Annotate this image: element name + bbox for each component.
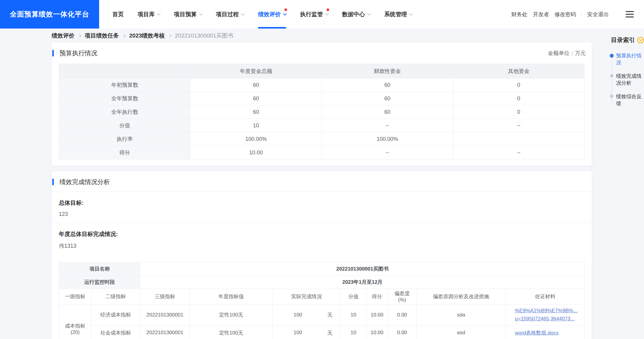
annual-completion-value: 伟1313 xyxy=(59,242,585,250)
chevron-down-icon xyxy=(157,12,161,16)
logout-link[interactable]: 安全退出 xyxy=(587,11,609,18)
row-label: 全年预算数 xyxy=(59,92,190,105)
table-row: 全年执行数 60 60 0 xyxy=(59,105,585,119)
column-header: 实际完成情况 xyxy=(273,289,341,304)
actual-unit: 无 xyxy=(321,311,339,318)
toc-panel: 目录索引 预算执行情况 绩效完成情况分析 绩效综合反馈 xyxy=(608,36,644,114)
breadcrumb-item[interactable]: 2023绩效考核 xyxy=(129,32,165,40)
chevron-right-icon xyxy=(168,34,172,37)
toc-dot-icon xyxy=(610,74,613,77)
chevron-right-icon xyxy=(78,34,81,37)
actual-value: 100 xyxy=(275,312,321,318)
change-password-link[interactable]: 修改密码 xyxy=(554,11,576,18)
table-cell: 60 xyxy=(322,78,453,92)
toc-list: 预算执行情况 绩效完成情况分析 绩效综合反馈 xyxy=(608,52,644,107)
table-cell: -- xyxy=(453,119,584,132)
nav-item-label: 项目过程 xyxy=(216,11,239,18)
active-tab-indicator xyxy=(258,27,286,29)
annual-target-value: 定性100无 xyxy=(190,304,273,325)
table-cell: 60 xyxy=(190,78,322,92)
row-label: 年初预算数 xyxy=(59,78,190,92)
row-label: 全年执行数 xyxy=(59,105,190,119)
unit-note: 金额单位：万元 xyxy=(548,50,586,57)
tertiary-indicator: 2022101300001 xyxy=(140,325,190,339)
monitor-period-value: 2023年1月至12月 xyxy=(140,276,585,289)
budget-execution-card: 预算执行情况 金额单位：万元 年度资金总额 财政性资金 其他资金 年初预算数 6… xyxy=(52,42,592,166)
actual-completion-cell: 100 无 xyxy=(273,325,341,339)
toc-item-comprehensive-feedback[interactable]: 绩效综合反馈 xyxy=(608,93,644,107)
nav-item-execution-supervision[interactable]: 执行监管 xyxy=(300,0,328,29)
overall-goal-label: 总体目标: xyxy=(59,199,585,207)
table-row: 得分 10.00 -- -- xyxy=(59,146,585,159)
nav-item-home[interactable]: 首页 xyxy=(112,0,124,29)
nav-item-project-process[interactable]: 项目过程 xyxy=(216,0,244,29)
nav-item-performance-evaluation[interactable]: 绩效评价 xyxy=(258,0,286,29)
overall-goal-value: 123 xyxy=(59,211,585,217)
indicator-table: 项目名称 2022101300001买图书 运行监控时段 2023年1月至12月… xyxy=(59,262,585,339)
column-header: 一级指标 xyxy=(59,289,91,304)
attachment-link[interactable]: u=1595072465,3644073... xyxy=(515,316,583,322)
row-label: 项目名称 xyxy=(59,262,140,276)
collapse-circle-icon[interactable] xyxy=(637,37,644,44)
nav-item-label: 项目库 xyxy=(138,11,155,18)
section-title: 预算执行情况 xyxy=(59,49,97,57)
table-cell: 0 xyxy=(453,78,584,92)
divider xyxy=(582,12,582,17)
actual-value: 100 xyxy=(275,330,321,336)
nav-item-data-center[interactable]: 数据中心 xyxy=(342,0,370,29)
hamburger-menu-icon[interactable] xyxy=(626,11,634,17)
column-header: 三级指标 xyxy=(140,289,190,304)
performance-analysis-card: 绩效完成情况分析 总体目标: 123 年度总体目标完成情况: 伟1313 项目名… xyxy=(52,171,592,339)
breadcrumb: 绩效评价 项目绩效任务 2023绩效考核 2022101300001买图书 xyxy=(52,32,233,40)
row-label: 执行率 xyxy=(59,132,190,146)
nav-item-project-budget[interactable]: 项目预算 xyxy=(174,0,202,29)
column-header: 分值 xyxy=(341,289,366,304)
top-navigation: 全面预算绩效一体化平台 首页 项目库 项目预算 项目过程 绩效评价 执行监管 xyxy=(0,0,644,29)
user-area: 财务处 开发者 修改密码 安全退出 xyxy=(506,11,644,18)
deviation-value: 0.00 xyxy=(388,325,417,339)
nav-item-label: 系统管理 xyxy=(384,11,407,18)
annual-completion-block: 年度总体目标完成情况: 伟1313 xyxy=(52,223,592,255)
section-header: 预算执行情况 金额单位：万元 xyxy=(52,42,592,57)
chevron-down-icon xyxy=(325,12,329,16)
column-header: 其他资金 xyxy=(453,64,584,78)
attachment-link[interactable]: %E9%A1%B9%E7%9B%... xyxy=(515,308,583,314)
table-header-row: 一级指标 二级指标 三级指标 年度指标值 实际完成情况 分值 得分 偏差度 (%… xyxy=(59,289,585,304)
chevron-down-icon xyxy=(283,12,287,16)
table-cell: 60 xyxy=(322,92,453,105)
supporting-materials-cell: word表格数据.docx xyxy=(506,325,585,339)
notification-dot xyxy=(284,8,287,11)
indicator-row: 社会成本指标 2022101300001 定性100无 100 无 10 10.… xyxy=(59,325,585,339)
toc-item-label: 绩效完成情况分析 xyxy=(616,73,642,86)
primary-indicator-cell: 成本指标 (20) xyxy=(59,304,91,339)
table-row: 年初预算数 60 60 0 xyxy=(59,78,585,92)
monitor-period-row: 运行监控时段 2023年1月至12月 xyxy=(59,276,585,289)
weight-value: 10 xyxy=(341,325,366,339)
table-row: 分值 10 -- -- xyxy=(59,119,585,132)
project-name-value: 2022101300001买图书 xyxy=(140,262,585,276)
supporting-materials-cell: %E9%A1%B9%E7%9B%... u=1595072465,3644073… xyxy=(506,304,585,325)
notification-dot xyxy=(327,8,329,11)
tertiary-indicator: 2022101300001 xyxy=(140,304,190,325)
toc-item-performance-analysis[interactable]: 绩效完成情况分析 xyxy=(608,73,644,87)
user-department: 财务处 xyxy=(511,11,527,18)
toc-item-budget-execution[interactable]: 预算执行情况 xyxy=(608,52,644,66)
budget-table: 年度资金总额 财政性资金 其他资金 年初预算数 60 60 0 全年预算数 60… xyxy=(59,64,585,159)
secondary-indicator: 社会成本指标 xyxy=(91,325,140,339)
row-label: 得分 xyxy=(59,146,190,159)
table-cell: 60 xyxy=(322,105,453,119)
nav-item-project-library[interactable]: 项目库 xyxy=(138,0,160,29)
column-header: 得分 xyxy=(366,289,388,304)
breadcrumb-item[interactable]: 项目绩效任务 xyxy=(85,32,119,40)
breadcrumb-item[interactable]: 绩效评价 xyxy=(52,32,74,40)
section-title: 绩效完成情况分析 xyxy=(59,178,110,186)
chevron-down-icon xyxy=(241,12,245,16)
attachment-link[interactable]: word表格数据.docx xyxy=(515,329,583,336)
nav-item-system-management[interactable]: 系统管理 xyxy=(384,0,412,29)
annual-completion-label: 年度总体目标完成情况: xyxy=(59,230,585,238)
toc-dot-icon xyxy=(610,95,613,98)
column-header: 年度资金总额 xyxy=(190,64,322,78)
toc-item-label: 预算执行情况 xyxy=(616,53,642,65)
table-cell: -- xyxy=(453,146,584,159)
nav-item-label: 项目预算 xyxy=(174,11,197,18)
